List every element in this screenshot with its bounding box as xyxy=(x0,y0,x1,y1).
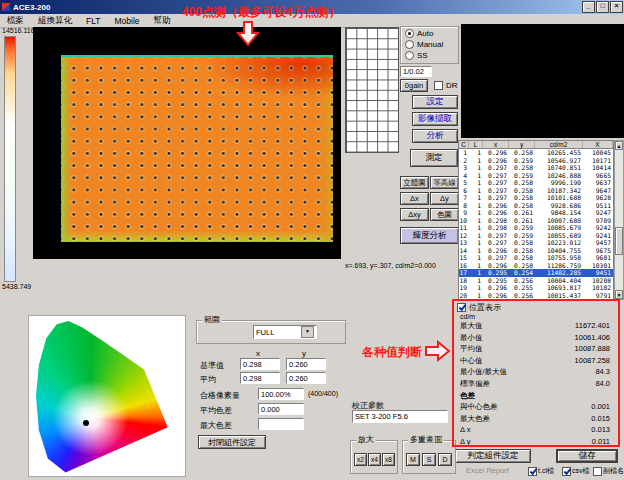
table-cell: 0.296 xyxy=(483,284,509,292)
table-row[interactable]: 1310.2970.25810223.0129457 xyxy=(459,239,613,247)
chevron-down-icon[interactable]: ▼ xyxy=(301,326,314,338)
calibration-value-field: SET 3-200 F5.6 xyxy=(352,410,448,423)
range-select[interactable]: FULL ▼ xyxy=(253,325,317,339)
table-cell: 1 xyxy=(469,292,483,300)
table-row[interactable]: 410.2970.25910246.8889665 xyxy=(459,172,613,180)
zoom-x2-button[interactable]: x2 xyxy=(354,453,367,466)
minimize-button[interactable]: _ xyxy=(582,1,595,13)
menu-item-mobile[interactable]: Mobile xyxy=(107,16,146,26)
col-header-cdm2[interactable]: cd/m2 xyxy=(535,141,583,148)
zoom-x8-button[interactable]: x8 xyxy=(382,453,395,466)
values-annotation-text: 各种值判断 xyxy=(362,344,422,361)
table-row[interactable]: 1610.2960.25811286.75910301 xyxy=(459,262,613,270)
luminance-analysis-button[interactable]: 輝度分析 xyxy=(400,227,459,244)
reference-y-field[interactable]: 0.260 xyxy=(286,358,326,370)
table-cell: 10171 xyxy=(583,157,613,165)
excel-report-button[interactable]: Excel Report xyxy=(466,466,509,475)
judge-settings-button[interactable]: 判定組件設定 xyxy=(455,449,531,463)
max-diff-field xyxy=(258,418,304,430)
maximize-button[interactable]: □ xyxy=(596,1,609,13)
reference-x-field[interactable]: 0.298 xyxy=(240,358,280,370)
range-group: 範圍 FULL ▼ xyxy=(196,320,346,344)
table-cell: 13 xyxy=(459,239,469,247)
stats-unit-label: cd/m xyxy=(460,313,475,320)
table-row[interactable]: 510.2970.2589996.1909637 xyxy=(459,179,613,187)
col-header-c[interactable]: C xyxy=(459,141,469,148)
table-row[interactable]: 610.2970.25810187.3429647 xyxy=(459,187,613,195)
stereo-button[interactable]: 立體圖 xyxy=(400,176,429,189)
extension-checkbox[interactable] xyxy=(593,467,602,476)
table-row[interactable]: 1010.2980.26110007.6809709 xyxy=(459,217,613,225)
exposure-group: Auto Manual SS xyxy=(400,26,459,64)
manual-radio[interactable] xyxy=(405,40,414,49)
col-header-x[interactable]: x xyxy=(483,141,509,148)
table-row[interactable]: 1710.2950.25411402.2859451 xyxy=(459,269,613,277)
csv-file-checkbox[interactable] xyxy=(562,467,571,476)
table-cell: 10085.679 xyxy=(535,224,583,232)
luminance-heatmap[interactable] xyxy=(61,55,333,242)
range-select-value: FULL xyxy=(256,328,274,337)
table-row[interactable]: 110.2960.25810265.45510045 xyxy=(459,149,613,157)
scroll-up-icon[interactable]: ▲ xyxy=(615,141,623,150)
scroll-down-icon[interactable]: ▼ xyxy=(615,290,623,299)
table-cell: 0.296 xyxy=(483,292,509,300)
multi-d-button[interactable]: D xyxy=(438,453,452,466)
col-header-l[interactable]: L xyxy=(469,141,483,148)
zoom-x4-button[interactable]: x4 xyxy=(368,453,381,466)
table-row[interactable]: 1110.2980.25910085.6799242 xyxy=(459,224,613,232)
measurement-table-body[interactable]: 110.2960.25810265.45510045210.2960.25910… xyxy=(458,149,614,300)
table-cell: 1 xyxy=(469,254,483,262)
table-cell: 10208 xyxy=(583,277,613,285)
table-row[interactable]: 1510.2970.25810755.9589681 xyxy=(459,254,613,262)
col-header-y[interactable]: y xyxy=(509,141,535,148)
table-row[interactable]: 810.2960.2589928.6869511 xyxy=(459,202,613,210)
measure-button[interactable]: 測定 xyxy=(410,149,458,167)
shutter-field[interactable]: 1/0.02 xyxy=(400,66,432,77)
tcl-file-label: t.cl檔 xyxy=(538,466,554,476)
multi-s-button[interactable]: S xyxy=(422,453,436,466)
table-row[interactable]: 1810.2950.25610004.40410208 xyxy=(459,277,613,285)
multi-m-button[interactable]: M xyxy=(406,453,420,466)
ref-col-x-label: x xyxy=(256,349,260,358)
position-display-checkbox[interactable] xyxy=(457,303,466,312)
table-row[interactable]: 2010.2960.25610015.4379791 xyxy=(459,292,613,300)
table-row[interactable]: 710.2970.25810101.6889628 xyxy=(459,194,613,202)
scrollbar-thumb[interactable] xyxy=(615,227,623,255)
contour-button[interactable]: 等高線 xyxy=(430,176,459,189)
close-button[interactable]: × xyxy=(610,1,623,13)
table-row[interactable]: 310.2970.25810740.85110414 xyxy=(459,164,613,172)
save-button[interactable]: 儲存 xyxy=(556,449,618,463)
zero-gain-button[interactable]: 0gain xyxy=(400,79,428,92)
menu-item-flt[interactable]: FLT xyxy=(79,16,107,26)
cie-chromaticity-diagram[interactable] xyxy=(33,318,181,474)
col-header-xtri[interactable]: X xyxy=(583,141,613,148)
table-cell: 1 xyxy=(469,262,483,270)
analyze-button[interactable]: 分析 xyxy=(412,129,458,143)
ss-radio[interactable] xyxy=(405,51,414,60)
menu-item-help[interactable]: 幫助 xyxy=(147,15,178,27)
stat-label: 色差 xyxy=(460,390,475,402)
table-row[interactable]: 910.2960.2619848.1549247 xyxy=(459,209,613,217)
delta-y-button[interactable]: Δy xyxy=(430,192,459,205)
setting-button[interactable]: 設定 xyxy=(412,95,458,109)
dr-checkbox[interactable] xyxy=(434,81,443,90)
delta-x-button[interactable]: Δx xyxy=(400,192,429,205)
table-row[interactable]: 1910.2960.25510693.81710182 xyxy=(459,284,613,292)
menu-item-file[interactable]: 檔案 xyxy=(0,15,31,27)
menu-item-convert[interactable]: 組換算化 xyxy=(31,15,79,27)
table-row[interactable]: 1210.2970.25910055.6899241 xyxy=(459,232,613,240)
table-cell: 9675 xyxy=(583,247,613,255)
capture-button[interactable]: 影像擷取 xyxy=(412,112,458,126)
table-cell: 9647 xyxy=(583,187,613,195)
table-cell: 0.297 xyxy=(483,239,509,247)
measurement-image-view[interactable] xyxy=(33,27,341,259)
table-row[interactable]: 210.2960.25910546.92710171 xyxy=(459,157,613,165)
table-cell: 10693.817 xyxy=(535,284,583,292)
tcl-file-checkbox[interactable] xyxy=(528,467,537,476)
colormap-button[interactable]: 色圖 xyxy=(430,208,459,221)
lock-settings-button[interactable]: 封閉組件設定 xyxy=(198,435,266,449)
table-row[interactable]: 1410.2960.25810404.7559675 xyxy=(459,247,613,255)
delta-xy-button[interactable]: Δxy xyxy=(400,208,429,221)
table-scrollbar[interactable]: ▲ ▼ xyxy=(614,140,624,300)
auto-radio[interactable] xyxy=(405,29,414,38)
